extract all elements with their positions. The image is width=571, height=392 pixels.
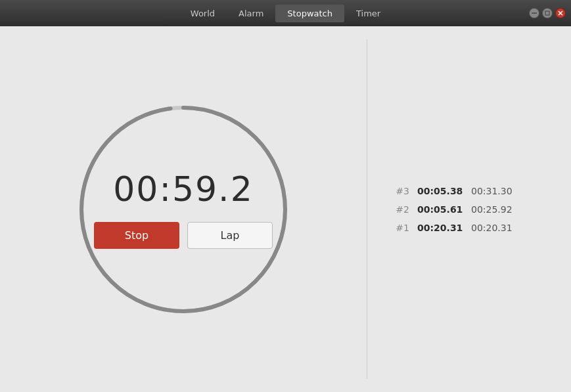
stop-button[interactable]: Stop [94,222,179,249]
titlebar: World Alarm Stopwatch Timer [0,0,571,26]
tab-timer[interactable]: Timer [344,5,392,22]
lap-time: 00:05.38 [417,186,463,196]
buttons-row: Stop Lap [94,222,273,249]
right-panel: #3 00:05.38 00:31.30 #2 00:05.61 00:25.9… [367,26,571,392]
tab-world[interactable]: World [179,5,227,22]
svg-rect-1 [545,11,549,15]
left-panel: 00:59.2 Stop Lap [0,26,367,392]
close-button[interactable] [555,8,566,18]
time-display: 00:59.2 [113,169,253,209]
clock-container: 00:59.2 Stop Lap [72,98,295,321]
clock-inner: 00:59.2 Stop Lap [94,169,273,249]
tab-alarm[interactable]: Alarm [227,5,275,22]
main-content: 00:59.2 Stop Lap #3 00:05.38 00:31.30 #2… [0,26,571,392]
list-item: #3 00:05.38 00:31.30 [394,186,545,196]
tab-stopwatch[interactable]: Stopwatch [275,5,344,22]
lap-time: 00:05.61 [417,204,463,215]
minimize-button[interactable] [529,8,539,18]
list-item: #1 00:20.31 00:20.31 [394,223,545,233]
lap-total: 00:20.31 [471,223,517,233]
lap-time: 00:20.31 [417,223,463,233]
lap-button[interactable]: Lap [187,222,273,249]
lap-number: #2 [394,204,409,215]
lap-total: 00:31.30 [471,186,517,196]
lap-number: #3 [394,186,409,196]
tab-bar: World Alarm Stopwatch Timer [179,5,392,22]
lap-number: #1 [394,223,409,233]
lap-total: 00:25.92 [471,204,517,215]
window-controls [529,8,566,18]
maximize-button[interactable] [542,8,553,18]
list-item: #2 00:05.61 00:25.92 [394,204,545,215]
svg-rect-0 [532,12,537,14]
